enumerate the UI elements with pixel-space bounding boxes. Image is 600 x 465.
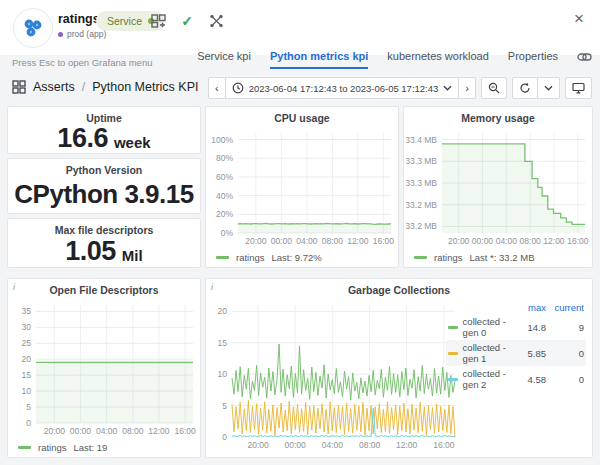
tab-service-kpi[interactable]: Service kpi [197,50,251,69]
legend-last-value: Last *: 33.2 MB [470,252,535,263]
node-graph-icon[interactable] [208,13,224,29]
svg-text:00:00: 00:00 [472,236,494,246]
svg-text:08:00: 08:00 [359,440,381,450]
legend-max-value: 5.85 [514,348,546,359]
svg-text:00:00: 00:00 [284,440,306,450]
time-controls: ‹ 2023-06-04 17:12:43 to 2023-06-05 17:1… [208,77,592,99]
panel-title[interactable]: CPU usage [206,112,398,124]
svg-text:80%: 80% [216,153,233,163]
memory-legend[interactable]: ratings Last *: 33.2 MB [414,252,534,263]
assertion-check-icon[interactable]: ✓ [179,13,195,29]
breadcrumb: Asserts / Python Metrics KPI [12,80,198,94]
panel-title[interactable]: Max file descriptors [8,224,200,236]
svg-text:33.3 MB: 33.3 MB [406,178,437,188]
svg-text:04:00: 04:00 [96,426,118,436]
legend-header-max[interactable]: max [514,302,546,313]
svg-text:04:00: 04:00 [296,236,318,246]
time-shift-back-button[interactable]: ‹ [208,77,226,99]
legend-row-gen0[interactable]: collected - gen 0 14.8 9 [446,314,586,340]
svg-text:5: 5 [26,402,31,412]
breadcrumb-root[interactable]: Asserts [33,80,75,94]
open-fd-legend[interactable]: ratings Last: 19 [18,442,107,453]
svg-text:0%: 0% [221,228,234,238]
refresh-interval-dropdown[interactable] [538,77,560,99]
svg-text:33.3 MB: 33.3 MB [406,156,437,166]
svg-text:5: 5 [222,401,227,411]
svg-text:30: 30 [22,322,32,332]
panel-memory-usage: Memory usage 20:0000:0004:0008:0012:0016… [403,106,593,268]
series-swatch-icon [448,352,458,355]
uptime-value: 16.6 [57,123,108,154]
close-icon[interactable]: × [570,8,588,29]
tab-properties[interactable]: Properties [508,50,558,69]
garbage-collections-chart[interactable]: 20:0000:0004:0008:0012:0016:0005101520 [210,299,460,451]
svg-text:16:00: 16:00 [567,236,589,246]
uptime-unit: week [114,134,151,151]
refresh-icon [519,82,531,94]
svg-text:16:00: 16:00 [433,440,455,450]
series-swatch-icon [216,256,229,259]
panel-title[interactable]: Garbage Collections [206,284,592,296]
apps-grid-icon[interactable] [12,80,26,94]
stat-value: 16.6 week [8,127,200,149]
svg-text:12:00: 12:00 [347,236,369,246]
kiosk-mode-button[interactable] [565,77,592,99]
svg-text:20:00: 20:00 [245,236,267,246]
dashboard-tabs: Service kpi Python metrics kpi kubernete… [197,50,592,69]
svg-text:15: 15 [22,370,32,380]
share-link-icon[interactable] [577,52,592,69]
zoom-out-icon [488,82,500,94]
svg-text:16:00: 16:00 [175,426,197,436]
esc-hint: Press Esc to open Grafana menu [12,57,152,68]
panel-python-version: Python Version CPython 3.9.15 [7,158,201,214]
legend-max-value: 14.8 [514,322,546,333]
panel-title[interactable]: Open File Descriptors [8,284,200,296]
open-fd-chart[interactable]: 20:0000:0004:0008:0012:0016:000510152025… [10,299,198,437]
series-swatch-icon [18,446,31,449]
time-shift-forward-button[interactable]: › [459,77,476,99]
dashboard-icon[interactable] [150,13,166,29]
memory-usage-chart[interactable]: 20:0000:0004:0008:0012:0016:0033.4 MB33.… [406,127,590,247]
cpu-legend[interactable]: ratings Last: 9.72% [216,252,322,263]
service-badge-label: Service [107,15,142,27]
svg-text:100%: 100% [211,135,233,145]
svg-text:33.2 MB: 33.2 MB [406,200,437,210]
legend-current-value: 0 [546,348,584,359]
cpu-usage-chart[interactable]: 20:0000:0004:0008:0012:0016:000%20%40%60… [208,127,396,247]
entity-header: ratings prod (app) Service ✓ [0,0,600,55]
time-range-picker[interactable]: 2023-06-04 17:12:43 to 2023-06-05 17:12:… [226,77,460,99]
series-swatch-icon [448,378,458,381]
svg-text:00:00: 00:00 [271,236,293,246]
panel-title[interactable]: Python Version [8,164,200,176]
time-range-text: 2023-06-04 17:12:43 to 2023-06-05 17:12:… [249,83,439,94]
svg-text:00:00: 00:00 [70,426,92,436]
panel-title[interactable]: Memory usage [404,112,592,124]
panel-uptime: Uptime 16.6 week [7,106,201,154]
tab-python-metrics-kpi[interactable]: Python metrics kpi [270,50,368,69]
legend-row-gen2[interactable]: collected - gen 2 4.58 0 [446,366,586,392]
svg-text:0: 0 [222,432,227,442]
clock-icon [232,82,244,94]
env-label: prod (app) [67,29,106,39]
svg-text:25: 25 [22,338,32,348]
breadcrumb-separator: / [82,80,85,94]
stat-value: 1.05 Mil [8,239,200,263]
legend-header-current[interactable]: current [546,302,584,313]
svg-text:20:00: 20:00 [247,440,269,450]
series-swatch-icon [448,326,458,329]
gc-legend-header: max current [446,301,586,314]
legend-row-gen1[interactable]: collected - gen 1 5.85 0 [446,340,586,366]
svg-text:20: 20 [22,354,32,364]
legend-current-value: 0 [546,374,584,385]
entity-actions: ✓ [150,13,224,29]
grafana-embedded-dashboard: ratings prod (app) Service ✓ [0,0,600,465]
refresh-button[interactable] [512,77,538,99]
panel-open-file-descriptors: i Open File Descriptors 20:0000:0004:000… [7,278,201,458]
dashboard-canvas: Uptime 16.6 week Python Version CPython … [0,100,600,465]
tab-kubernetes-workload[interactable]: kubernetes workload [387,50,489,69]
legend-series-name: ratings [38,442,67,453]
entity-environment: prod (app) [58,29,106,39]
zoom-out-button[interactable] [481,77,507,99]
panel-max-file-descriptors: Max file descriptors 1.05 Mil [7,218,201,268]
max-fd-value: 1.05 [65,236,116,267]
